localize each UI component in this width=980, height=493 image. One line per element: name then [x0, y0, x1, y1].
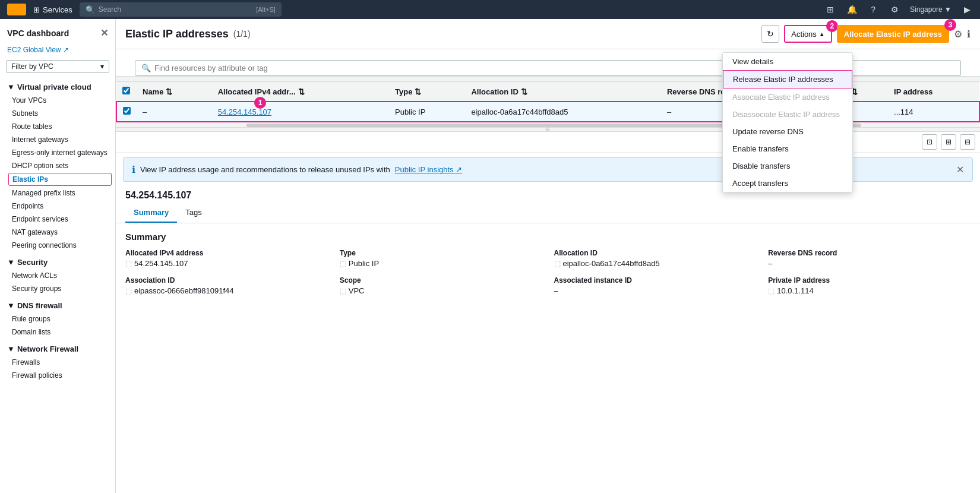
field-value-scope: ⬚ VPC [340, 286, 542, 295]
nav-right: ⊞ 🔔 ? ⚙ Singapore ▼ ▶ [824, 4, 973, 15]
arrow-down-icon-nf: ▼ [7, 345, 15, 353]
grid-icon: ⊞ [33, 5, 40, 14]
dropdown-item-enable-transfers[interactable]: Enable transfers [723, 140, 852, 157]
ec2-global-view-link[interactable]: EC2 Global View ↗ [0, 43, 115, 56]
sidebar-title-row: VPC dashboard ✕ [0, 19, 115, 43]
copy-icon-assoc: ⬚ [125, 287, 132, 295]
question-icon[interactable]: ? [867, 4, 879, 15]
dropdown-item-view-details[interactable]: View details [723, 53, 852, 70]
filter-vpc-label: Filter by VPC [11, 62, 53, 71]
filter-vpc-dropdown[interactable]: Filter by VPC ▾ [6, 60, 109, 73]
field-label-scope: Scope [340, 276, 542, 285]
region-label: Singapore ▼ [910, 5, 951, 14]
public-ip-insights-link[interactable]: Public IP insights ↗ [395, 165, 462, 174]
sidebar-item-route-tables[interactable]: Route tables [0, 120, 115, 133]
table-header-ip[interactable]: IP address [888, 82, 979, 102]
field-value-allocated-ipv4: ⬚ 54.254.145.107 [125, 259, 328, 268]
page-title: Elastic IP addresses [125, 28, 229, 40]
search-shortcut: [Alt+S] [256, 6, 276, 13]
sidebar-section-security[interactable]: ▼ Security [0, 252, 115, 269]
topbar-actions: ↻ Actions ▲ 2 Allocate Elastic IP addres… [761, 25, 970, 43]
sidebar-item-managed-prefix[interactable]: Managed prefix lists [0, 187, 115, 200]
sidebar-item-firewalls[interactable]: Firewalls [0, 356, 115, 369]
count-badge: (1/1) [233, 29, 251, 39]
sidebar-item-rule-groups[interactable]: Rule groups [0, 312, 115, 325]
sidebar-item-internet-gateways[interactable]: Internet gateways [0, 133, 115, 146]
row-ipv4[interactable]: 54.254.145.107 [212, 102, 389, 122]
field-associated-instance: Associated instance ID – [554, 276, 757, 295]
search-icon: 🔍 [86, 5, 95, 14]
field-value-reverse-dns: – [768, 259, 970, 268]
bell-icon[interactable]: 🔔 [846, 4, 858, 15]
sidebar-item-subnets[interactable]: Subnets [0, 107, 115, 120]
info-icon: ℹ [132, 164, 135, 175]
sidebar-close-button[interactable]: ✕ [100, 27, 108, 39]
gear-icon[interactable]: ⚙ [889, 4, 900, 15]
sidebar-item-elastic-ips[interactable]: Elastic IPs [8, 173, 112, 186]
ec2-global-view-label: EC2 Global View ↗ [7, 46, 69, 54]
row-checkbox[interactable] [123, 107, 131, 115]
dropdown-item-update-dns[interactable]: Update reverse DNS [723, 123, 852, 140]
table-header-checkbox[interactable] [116, 82, 137, 102]
sidebar-item-nat-gateways[interactable]: NAT gateways [0, 226, 115, 239]
table-header-allocation[interactable]: Allocation ID ⇅ [465, 82, 661, 102]
panel-icon-btn-1[interactable]: ⊡ [922, 134, 937, 150]
row-name: – [137, 102, 212, 122]
services-nav[interactable]: ⊞ Services [33, 5, 72, 14]
search-input[interactable] [99, 5, 229, 14]
arrow-down-icon-security: ▼ [7, 258, 15, 267]
expand-icon[interactable]: ▶ [961, 4, 973, 15]
search-icon-table: 🔍 [141, 64, 151, 72]
sidebar-item-network-acls[interactable]: Network ACLs [0, 269, 115, 282]
badge-3: 3 [944, 19, 956, 31]
sidebar-item-endpoint-services[interactable]: Endpoint services [0, 213, 115, 226]
refresh-button[interactable]: ↻ [761, 25, 779, 43]
tab-summary[interactable]: Summary [125, 203, 177, 223]
aws-logo: aws [7, 4, 26, 15]
table-header-ipv4[interactable]: Allocated IPv4 addr... ⇅ [212, 82, 389, 102]
dropdown-item-disable-transfers[interactable]: Disable transfers [723, 157, 852, 175]
tab-tags[interactable]: Tags [177, 203, 210, 223]
field-value-type: ⬚ Public IP [340, 259, 542, 268]
region-selector[interactable]: Singapore ▼ [910, 5, 951, 14]
sidebar-item-your-vpcs[interactable]: Your VPCs [0, 94, 115, 107]
table-header-name[interactable]: Name ⇅ [137, 82, 212, 102]
sidebar-section-dns-firewall[interactable]: ▼ DNS firewall [0, 295, 115, 312]
info-banner-close[interactable]: ✕ [956, 164, 964, 175]
sidebar-item-egress-gateways[interactable]: Egress-only internet gateways [0, 146, 115, 159]
sidebar-section-network-firewall[interactable]: ▼ Network Firewall [0, 339, 115, 356]
sidebar-item-firewall-policies[interactable]: Firewall policies [0, 369, 115, 382]
content-area: Elastic IP addresses (1/1) ↻ Actions ▲ 2… [116, 19, 980, 493]
global-search[interactable]: 🔍 [Alt+S] [80, 2, 282, 17]
apps-icon[interactable]: ⊞ [824, 4, 836, 15]
row-checkbox-cell[interactable]: 1 [116, 102, 137, 122]
actions-button[interactable]: Actions ▲ 2 [784, 25, 832, 43]
field-value-associated-instance: – [554, 286, 757, 295]
sidebar-item-peering[interactable]: Peering connections [0, 239, 115, 252]
table-header-type[interactable]: Type ⇅ [389, 82, 465, 102]
field-reverse-dns: Reverse DNS record – [768, 249, 970, 268]
services-label: Services [43, 5, 72, 14]
dropdown-item-disassociate: Disassociate Elastic IP address [723, 106, 852, 123]
dropdown-item-associate: Associate Elastic IP address [723, 89, 852, 106]
summary-section: Summary Allocated IPv4 address ⬚ 54.254.… [116, 223, 980, 304]
settings-icon[interactable]: ⚙ [954, 29, 962, 40]
info-icon-right[interactable]: ℹ [967, 29, 970, 40]
panel-icon-btn-3[interactable]: ⊟ [960, 134, 975, 150]
allocate-label: Allocate Elastic IP address [844, 30, 942, 39]
dropdown-item-release[interactable]: Release Elastic IP addresses [723, 70, 852, 89]
sort-icon-name: ⇅ [166, 87, 172, 96]
dropdown-item-accept-transfers[interactable]: Accept transfers [723, 175, 852, 192]
sidebar-item-domain-lists[interactable]: Domain lists [0, 325, 115, 339]
sidebar-section-vpc[interactable]: ▼ Virtual private cloud [0, 77, 115, 94]
actions-dropdown-menu: View details Release Elastic IP addresse… [722, 52, 853, 192]
sidebar-item-security-groups[interactable]: Security groups [0, 282, 115, 295]
sidebar-item-endpoints[interactable]: Endpoints [0, 200, 115, 213]
field-label-private-ip: Private IP address [768, 276, 970, 285]
sidebar-item-dhcp[interactable]: DHCP option sets [0, 159, 115, 172]
select-all-checkbox[interactable] [122, 87, 130, 94]
field-scope: Scope ⬚ VPC [340, 276, 542, 295]
panel-icon-btn-2[interactable]: ⊞ [941, 134, 956, 150]
allocate-button[interactable]: Allocate Elastic IP address 3 [837, 25, 949, 43]
sort-icon-type: ⇅ [415, 87, 421, 96]
